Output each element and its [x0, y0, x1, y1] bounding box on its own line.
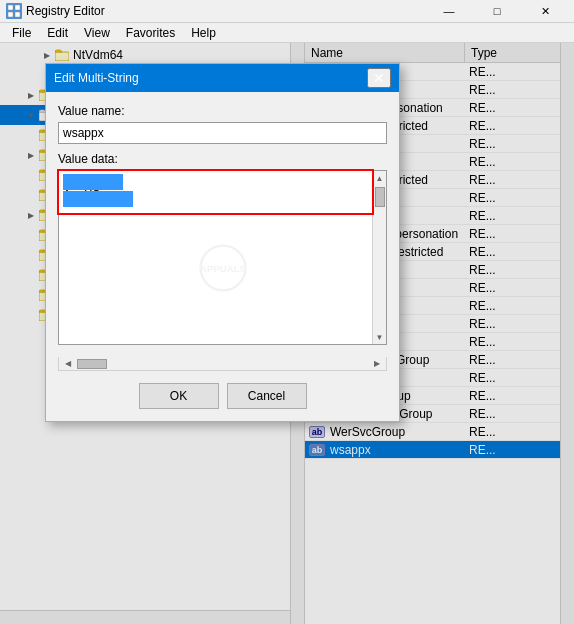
svg-rect-2	[8, 12, 13, 17]
dialog-buttons: OK Cancel	[58, 383, 387, 409]
tree-arrow-icon[interactable]: ▼	[24, 111, 38, 120]
menu-bar: File Edit View Favorites Help	[0, 23, 574, 43]
horizontal-scroll-thumb[interactable]	[77, 359, 107, 369]
cell-type: RE...	[465, 83, 574, 97]
cell-type: RE...	[465, 119, 574, 133]
app-icon	[6, 3, 22, 19]
dialog-body: Value name: Value data: APPUALS	[46, 92, 399, 421]
tree-item[interactable]: ▶ NtVdm64	[0, 45, 304, 65]
value-data-label: Value data:	[58, 152, 387, 166]
cell-type: RE...	[465, 443, 574, 457]
cell-type: RE...	[465, 371, 574, 385]
value-name-label: Value name:	[58, 104, 387, 118]
maximize-button[interactable]: □	[474, 0, 520, 23]
svg-rect-3	[15, 12, 20, 17]
app-title: Registry Editor	[26, 4, 105, 18]
tree-horizontal-scrollbar[interactable]	[0, 610, 290, 624]
cell-type: RE...	[465, 173, 574, 187]
registry-value-icon: ab	[309, 426, 325, 438]
menu-view[interactable]: View	[76, 24, 118, 42]
cell-type: RE...	[465, 299, 574, 313]
cell-type: RE...	[465, 101, 574, 115]
cell-type: RE...	[465, 65, 574, 79]
menu-help[interactable]: Help	[183, 24, 224, 42]
right-scrollbar[interactable]	[560, 43, 574, 624]
registry-value-icon: ab	[309, 444, 325, 456]
cell-name: abwsappx	[305, 443, 465, 457]
cancel-button[interactable]: Cancel	[227, 383, 307, 409]
table-row[interactable]: abwsappxRE...	[305, 441, 574, 459]
tree-arrow-icon[interactable]: ▶	[24, 91, 38, 100]
tree-item-label: NtVdm64	[73, 48, 123, 62]
right-panel-header: Name Type	[305, 43, 574, 63]
table-row[interactable]: abWerSvcGroupRE...	[305, 423, 574, 441]
cell-type: RE...	[465, 407, 574, 421]
svg-rect-1	[15, 5, 20, 10]
close-button[interactable]: ✕	[522, 0, 568, 23]
textarea-scrollbar[interactable]: ▲ ▼	[372, 171, 386, 344]
cell-type: RE...	[465, 389, 574, 403]
scroll-up-arrow[interactable]: ▲	[373, 171, 387, 185]
dialog-title: Edit Multi-String	[54, 71, 367, 85]
minimize-button[interactable]: —	[426, 0, 472, 23]
scroll-right-arrow[interactable]: ▶	[370, 358, 384, 370]
menu-favorites[interactable]: Favorites	[118, 24, 183, 42]
tree-arrow-icon[interactable]: ▶	[40, 51, 54, 60]
edit-multistring-dialog[interactable]: Edit Multi-String ✕ Value name: Value da…	[45, 63, 400, 422]
cell-type: RE...	[465, 317, 574, 331]
cell-type: RE...	[465, 425, 574, 439]
cell-type: RE...	[465, 137, 574, 151]
col-header-name: Name	[305, 43, 465, 62]
value-name-input[interactable]	[58, 122, 387, 144]
scroll-down-arrow[interactable]: ▼	[373, 330, 387, 344]
textarea-horizontal-scrollbar[interactable]: ◀ ▶	[58, 357, 387, 371]
value-data-textarea[interactable]	[59, 171, 372, 344]
cell-name-text: wsappx	[330, 443, 371, 457]
tree-arrow-icon[interactable]: ▶	[24, 211, 38, 220]
title-bar: Registry Editor — □ ✕	[0, 0, 574, 23]
cell-type: RE...	[465, 245, 574, 259]
scroll-thumb[interactable]	[375, 187, 385, 207]
cell-type: RE...	[465, 353, 574, 367]
cell-type: RE...	[465, 281, 574, 295]
ok-button[interactable]: OK	[139, 383, 219, 409]
cell-type: RE...	[465, 155, 574, 169]
main-area: ▶ NtVdm64 OEM▶ Superfetch▼ SvcHost Syste…	[0, 43, 574, 624]
cell-type: RE...	[465, 335, 574, 349]
value-data-container: APPUALS ▲ ▼	[58, 170, 387, 345]
menu-file[interactable]: File	[4, 24, 39, 42]
col-header-type: Type	[465, 43, 574, 62]
cell-name-text: WerSvcGroup	[330, 425, 405, 439]
cell-type: RE...	[465, 209, 574, 223]
folder-icon	[54, 48, 70, 62]
tree-arrow-icon[interactable]: ▶	[24, 151, 38, 160]
cell-type: RE...	[465, 191, 574, 205]
scroll-left-arrow[interactable]: ◀	[61, 358, 75, 370]
cell-type: RE...	[465, 227, 574, 241]
menu-edit[interactable]: Edit	[39, 24, 76, 42]
dialog-title-bar: Edit Multi-String ✕	[46, 64, 399, 92]
cell-name: abWerSvcGroup	[305, 425, 465, 439]
window-controls: — □ ✕	[426, 0, 568, 23]
svg-rect-4	[55, 52, 69, 61]
dialog-close-button[interactable]: ✕	[367, 68, 391, 88]
svg-rect-0	[8, 5, 13, 10]
cell-type: RE...	[465, 263, 574, 277]
